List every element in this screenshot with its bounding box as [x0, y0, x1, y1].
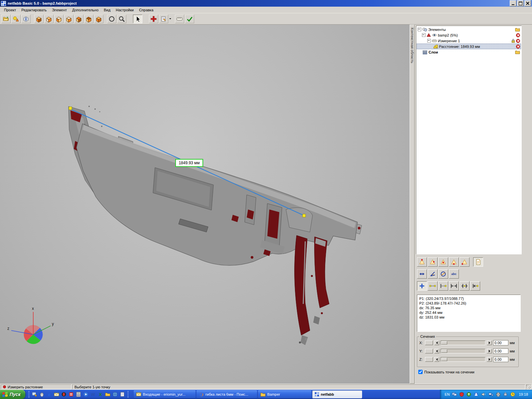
snap-settings-button[interactable]	[473, 257, 483, 267]
menu-settings[interactable]: Настройки	[113, 7, 136, 13]
repair-add-button[interactable]	[149, 15, 158, 23]
opera-icon[interactable]	[61, 391, 67, 397]
section-x-slider-thumb[interactable]	[441, 341, 447, 344]
dim-move-button[interactable]	[417, 281, 427, 291]
measure-button[interactable]	[175, 15, 184, 23]
visibility-eye-icon[interactable]	[432, 33, 437, 37]
tray-antivirus-icon[interactable]	[459, 392, 464, 397]
tray-usb-icon[interactable]	[503, 392, 508, 397]
section-y-toggle-button[interactable]	[425, 349, 433, 353]
view-back-button[interactable]	[44, 15, 54, 23]
show-points-checkbox[interactable]	[418, 370, 423, 374]
maximize-button[interactable]	[517, 0, 524, 6]
dim-outer-button[interactable]	[460, 281, 469, 291]
folder-shortcut-icon[interactable]	[105, 391, 111, 397]
section-z-toggle-button[interactable]	[425, 357, 433, 362]
section-z-slider-thumb[interactable]	[441, 358, 447, 361]
section-y-slider-track[interactable]	[441, 349, 485, 353]
resize-grip[interactable]	[526, 384, 531, 389]
zoom-button[interactable]	[117, 15, 126, 23]
task-folder[interactable]: Bamper	[258, 390, 311, 398]
section-y-value-input[interactable]	[493, 348, 508, 354]
toolbar-handle[interactable]	[29, 391, 29, 398]
section-x-toggle-button[interactable]	[425, 340, 433, 345]
snap-edge-button[interactable]	[428, 257, 438, 267]
toolbar-handle[interactable]	[128, 391, 128, 398]
menu-element[interactable]: Элемент	[49, 7, 69, 13]
snap-center-button[interactable]	[460, 257, 469, 267]
notes-dropdown-icon[interactable]	[169, 18, 171, 19]
mouse-settings-icon[interactable]	[39, 391, 45, 397]
minimize-button[interactable]	[510, 0, 516, 6]
menu-edit[interactable]: Редактировать	[19, 7, 49, 13]
menu-view[interactable]: Вид	[101, 7, 113, 13]
bumper-mesh[interactable]: x y z	[0, 25, 410, 384]
snap-midpoint-button[interactable]	[449, 257, 459, 267]
tree-row-distance[interactable]: Расстояние: 1849.93 мм	[417, 44, 521, 49]
start-button[interactable]: Пуск	[0, 390, 25, 399]
view-top-button[interactable]	[74, 15, 83, 23]
menu-extras[interactable]: Дополнительно	[69, 7, 101, 13]
calculator-icon[interactable]	[75, 391, 81, 397]
section-x-slider-right-button[interactable]	[487, 340, 492, 345]
section-z-slider-track[interactable]	[441, 357, 485, 362]
app-icon[interactable]	[1, 1, 6, 6]
dim-point-edge-button[interactable]	[438, 281, 448, 291]
section-y-slider-right-button[interactable]	[487, 349, 492, 353]
view-left-button[interactable]	[54, 15, 64, 23]
open-project-button[interactable]	[1, 15, 11, 23]
view-right-button[interactable]	[64, 15, 73, 23]
notes-button[interactable]	[159, 15, 168, 23]
task-netfabb[interactable]: netfabb	[312, 390, 362, 398]
tray-printer-icon[interactable]	[495, 392, 501, 397]
measure-point-1-marker[interactable]	[69, 107, 72, 110]
excel-icon[interactable]: X	[97, 391, 103, 397]
new-part-button[interactable]	[11, 15, 21, 23]
section-y-slider-thumb[interactable]	[441, 349, 447, 353]
section-x-slider-left-button[interactable]	[434, 340, 439, 345]
editor-icon[interactable]	[68, 391, 74, 397]
lock-icon[interactable]	[511, 39, 515, 43]
measure-angle-button[interactable]	[428, 269, 438, 279]
notes-shortcut-icon[interactable]	[119, 391, 125, 397]
section-z-slider-left-button[interactable]	[434, 357, 439, 362]
tree-row-elements[interactable]: Элементы	[417, 27, 521, 32]
add-layer-folder-icon[interactable]	[515, 50, 520, 54]
task-outlook[interactable]: Входящие - eriomin_yur...	[134, 390, 196, 398]
section-z-value-input[interactable]	[493, 357, 508, 362]
tree-row-part[interactable]: bamp2 (5%)	[417, 32, 521, 38]
tray-volume-icon[interactable]	[481, 392, 486, 397]
dim-point-point-button[interactable]	[428, 281, 438, 291]
mail-icon[interactable]	[54, 391, 60, 397]
section-x-value-input[interactable]	[493, 340, 508, 345]
show-desktop-icon[interactable]	[32, 391, 38, 397]
measure-text-button[interactable]: abc	[449, 269, 459, 279]
dim-inner-button[interactable]	[449, 281, 459, 291]
collapse-icon[interactable]	[418, 28, 421, 31]
collapse-icon[interactable]	[422, 33, 426, 37]
menu-project[interactable]: Проект	[1, 7, 19, 13]
viewport-3d[interactable]: x y z 1849.93 мм	[0, 25, 410, 384]
measure-point-2-marker[interactable]	[303, 214, 306, 217]
zoom-fit-button[interactable]	[107, 15, 116, 23]
close-button[interactable]	[524, 0, 531, 6]
tree-row-layers[interactable]: Слои	[417, 49, 521, 55]
delete-distance-button[interactable]	[516, 45, 520, 49]
collapse-icon[interactable]	[427, 39, 431, 43]
tray-messenger-icon[interactable]	[473, 392, 479, 397]
context-area-tab[interactable]: Контекстная область	[410, 25, 415, 384]
section-z-slider-right-button[interactable]	[487, 357, 492, 362]
tray-update-icon[interactable]	[466, 392, 471, 397]
apply-button[interactable]	[185, 15, 194, 23]
view-bottom-button[interactable]	[84, 15, 93, 23]
menu-help[interactable]: Справка	[136, 7, 156, 13]
tray-network-icon[interactable]	[488, 392, 493, 397]
delete-measurement-button[interactable]	[516, 39, 520, 43]
snap-face-button[interactable]	[438, 257, 448, 267]
task-browser[interactable]: гибка листа 6мм - Поис...	[197, 390, 257, 398]
snap-vertex-button[interactable]	[417, 257, 427, 267]
part-info-button[interactable]	[21, 15, 31, 23]
language-indicator[interactable]: EN	[445, 392, 450, 396]
select-cursor-button[interactable]	[133, 15, 142, 23]
word-icon[interactable]: W	[90, 391, 96, 397]
